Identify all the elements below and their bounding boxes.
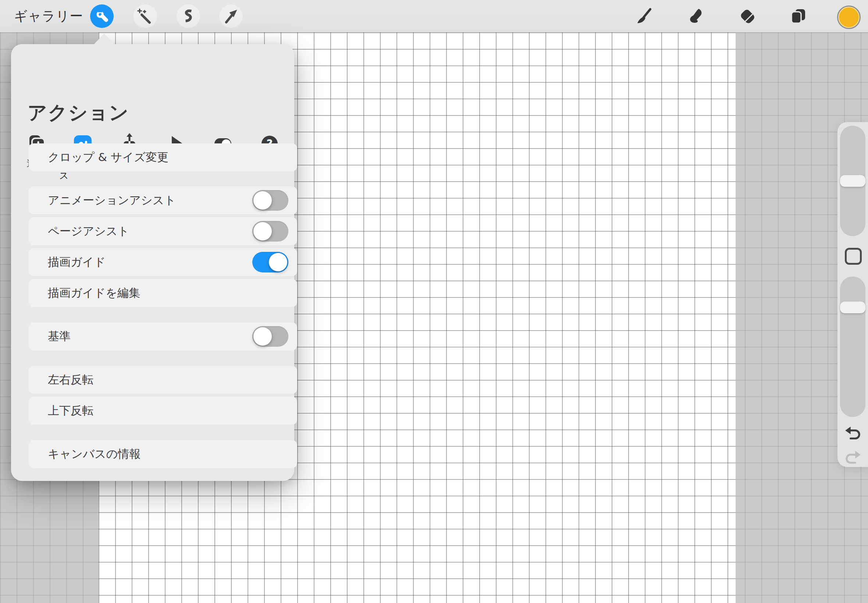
smudge-finger-icon xyxy=(687,7,705,25)
row-animation-assist[interactable]: アニメーションアシスト xyxy=(29,186,297,214)
row-label: 描画ガイド xyxy=(48,254,105,270)
brush-opacity-slider[interactable] xyxy=(840,277,865,417)
row-flip-vertical[interactable]: 上下反転 xyxy=(29,397,297,425)
color-swatch-button[interactable] xyxy=(837,6,861,29)
row-edit-drawing-guide[interactable]: 描画ガイドを編集 xyxy=(29,279,297,307)
row-canvas-info[interactable]: キャンバスの情報 xyxy=(29,440,297,468)
row-flip-horizontal[interactable]: 左右反転 xyxy=(29,366,297,394)
row-label: 基準 xyxy=(48,329,71,344)
smudge-button[interactable] xyxy=(684,5,708,28)
page-assist-toggle[interactable] xyxy=(252,221,288,241)
row-label: クロップ & サイズ変更 xyxy=(48,150,169,165)
top-toolbar: ギャラリー xyxy=(0,0,868,32)
transform-button[interactable] xyxy=(219,5,243,28)
actions-popover: アクション 追加 xyxy=(11,44,294,481)
actions-button[interactable] xyxy=(90,5,114,28)
selection-s-icon xyxy=(180,8,196,24)
row-label: キャンバスの情報 xyxy=(48,446,141,462)
magic-wand-icon xyxy=(137,8,154,25)
eraser-button[interactable] xyxy=(736,5,759,28)
undo-button[interactable] xyxy=(843,424,862,444)
brush-button[interactable] xyxy=(632,5,656,28)
row-label: ページアシスト xyxy=(48,224,129,239)
redo-icon xyxy=(844,449,862,467)
row-page-assist[interactable]: ページアシスト xyxy=(29,217,297,245)
animation-assist-toggle[interactable] xyxy=(252,190,288,211)
drawing-guide-toggle[interactable] xyxy=(252,252,288,272)
gallery-button[interactable]: ギャラリー xyxy=(14,0,83,32)
row-drawing-guide[interactable]: 描画ガイド xyxy=(29,248,297,276)
row-label: 上下反転 xyxy=(48,403,93,418)
adjustments-button[interactable] xyxy=(133,5,157,28)
modify-button[interactable] xyxy=(845,248,862,265)
brush-size-slider[interactable] xyxy=(840,126,865,236)
transform-arrow-icon xyxy=(223,8,239,24)
brush-size-handle[interactable] xyxy=(840,175,865,187)
wrench-icon xyxy=(93,8,110,25)
row-reference[interactable]: 基準 xyxy=(29,322,297,350)
popover-title: アクション xyxy=(28,100,129,126)
row-crop-resize[interactable]: クロップ & サイズ変更 xyxy=(29,144,297,171)
reference-toggle[interactable] xyxy=(252,326,288,347)
row-label: 左右反転 xyxy=(48,372,93,388)
brush-sidebar xyxy=(837,122,868,467)
popover-arrow xyxy=(94,34,114,45)
selection-button[interactable] xyxy=(176,5,200,28)
eraser-icon xyxy=(738,7,756,25)
procreate-app: ギャラリー xyxy=(0,0,868,603)
layers-button[interactable] xyxy=(786,5,810,28)
brush-opacity-handle[interactable] xyxy=(840,302,865,313)
row-label: アニメーションアシスト xyxy=(48,193,176,208)
brush-icon xyxy=(635,7,653,25)
row-label: 描画ガイドを編集 xyxy=(48,285,140,301)
layers-icon xyxy=(789,7,807,25)
redo-button[interactable] xyxy=(843,448,862,468)
undo-icon xyxy=(844,425,862,443)
